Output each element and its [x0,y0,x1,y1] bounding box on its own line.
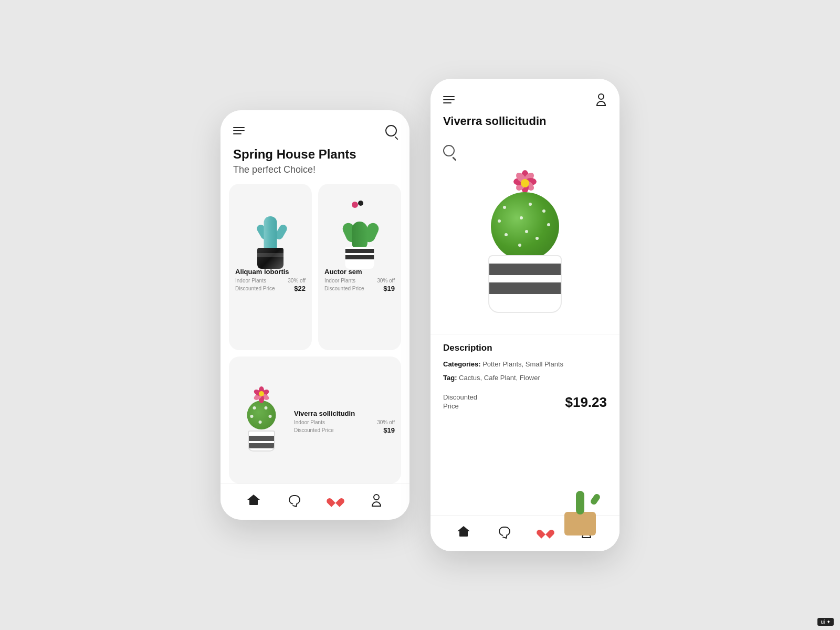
nav-home-left[interactable] [246,492,261,507]
left-phone: Spring House Plants The perfect Choice! [220,110,410,520]
plant-price-label-1: Discounted Price [235,286,275,291]
left-header [220,110,410,143]
product-title-area: Viverra sollicitudin [430,112,620,134]
price-section: DiscountedPrice $19.23 [443,389,607,411]
nav-chat-right[interactable] [497,524,512,539]
page-subtitle: The perfect Choice! [233,164,397,175]
cactus-pot [488,255,562,313]
plant-category-1: Indoor Plants [235,278,266,284]
plant-card-1[interactable]: Aliquam lobortis Indoor Plants 30% off D… [229,184,312,350]
nav-heart-right[interactable] [538,524,553,539]
tag-value: Cactus, Cafe Plant, Flower [459,374,540,382]
plant-price-row-3: Discounted Price $19 [294,426,395,434]
left-bottom-nav [220,484,410,520]
cactus-spines [491,192,559,260]
blue-cactus-illustration [249,201,291,269]
plant-price-1: $22 [294,285,306,292]
product-detail-screen: Viverra sollicitudin [430,79,620,551]
nav-person-left[interactable] [369,492,384,507]
plant-name-3: Viverra sollicitudin [294,410,395,417]
product-image-area [430,134,620,334]
nav-home-right[interactable] [456,524,471,539]
plant-name-2: Auctor sem [324,268,395,276]
plant-price-row-2: Discounted Price $19 [324,285,395,292]
decorative-plant-right [556,488,604,536]
plant-discount-3: 30% off [377,419,395,425]
plant-category-3: Indoor Plants [294,419,325,425]
plant-image-2 [324,190,395,264]
plant-meta-3: Indoor Plants 30% off [294,419,395,425]
menu-icon-right[interactable] [443,96,455,103]
product-name: Viverra sollicitudin [443,114,607,128]
plant-list-screen: Spring House Plants The perfect Choice! [220,110,410,520]
plant-price-label-2: Discounted Price [324,286,364,291]
price-value: $19.23 [565,394,607,411]
plant-price-row-1: Discounted Price $22 [235,285,306,292]
plant-name-1: Aliquam lobortis [235,268,306,276]
tag-label: Tag: [443,374,457,382]
nav-chat-left[interactable] [287,492,302,507]
right-header [430,79,620,112]
plant-price-3: $19 [383,426,395,434]
description-title: Description [443,343,607,353]
watermark: ui ✦ [817,618,834,626]
green-cactus-illustration [336,201,383,269]
plant-discount-1: 30% off [288,278,306,284]
nav-heart-left[interactable] [328,492,343,507]
product-description: Description Categories: Potter Plants, S… [430,334,620,419]
title-area: Spring House Plants The perfect Choice! [220,143,410,184]
plant-category-2: Indoor Plants [324,278,355,284]
categories-row: Categories: Potter Plants, Small Plants [443,360,607,369]
categories-value: Potter Plants, Small Plants [482,360,563,368]
plant-meta-1: Indoor Plants 30% off [235,278,306,284]
categories-label: Categories: [443,360,481,368]
plant-image-3 [235,388,288,452]
search-icon[interactable] [385,125,397,136]
price-label: DiscountedPrice [443,393,477,411]
plant-card-2[interactable]: Auctor sem Indoor Plants 30% off Discoun… [318,184,401,350]
plant-discount-2: 30% off [377,278,395,284]
plant-price-label-3: Discounted Price [294,427,334,433]
profile-icon-right[interactable] [595,93,607,106]
right-phone: Viverra sollicitudin [430,79,620,551]
product-search-icon[interactable] [443,145,458,160]
plant-meta-2: Indoor Plants 30% off [324,278,395,284]
plant-info-3: Viverra sollicitudin Indoor Plants 30% o… [294,405,395,434]
plant-card-3[interactable]: Viverra sollicitudin Indoor Plants 30% o… [229,356,401,484]
menu-icon[interactable] [233,127,245,134]
plant-image-1 [235,190,306,264]
tag-row: Tag: Cactus, Cafe Plant, Flower [443,373,607,383]
large-cactus-illustration [467,155,583,313]
round-cactus-small-illustration [238,383,285,452]
plant-grid: Aliquam lobortis Indoor Plants 30% off D… [220,184,410,484]
page-title: Spring House Plants [233,147,397,162]
plant-price-2: $19 [383,285,395,292]
